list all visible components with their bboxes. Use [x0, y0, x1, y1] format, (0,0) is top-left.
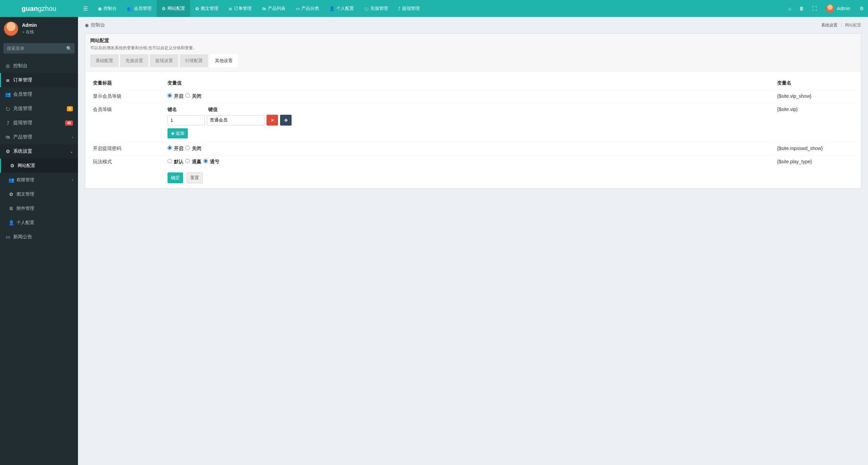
topnav-item-6[interactable]: ▭产品分类: [291, 0, 324, 17]
th-value: 变量值: [165, 77, 774, 90]
topnav-item-1[interactable]: 👥会员管理: [122, 0, 157, 17]
sidebar-item-4[interactable]: ⤴提现管理45: [0, 116, 78, 130]
radio-input[interactable]: [167, 93, 172, 98]
remove-button[interactable]: ✕: [267, 115, 278, 126]
panel-desc: 可以在此增改系统的变量和分组,也可以自定义分组和变量。: [90, 45, 856, 51]
radio-option[interactable]: 默认: [167, 159, 183, 164]
radio-input[interactable]: [185, 146, 190, 150]
trash-icon[interactable]: 🗑: [795, 0, 808, 17]
topnav-item-3[interactable]: ✿图文管理: [190, 0, 223, 17]
append-button[interactable]: ✚追加: [167, 128, 188, 138]
topnav-icon: 👤: [329, 6, 335, 11]
menu-icon: ≣: [5, 77, 11, 83]
reset-button[interactable]: 重置: [186, 172, 203, 183]
sidebar-item-label: 产品管理: [13, 134, 32, 140]
admin-label: Admin: [837, 6, 850, 11]
sidebar-item-11[interactable]: 👤个人配置: [0, 216, 78, 230]
radio-option[interactable]: 开启: [167, 93, 183, 99]
content-header: ◉ 控制台 系统设置 / 网站配置: [78, 17, 868, 33]
menu-icon: 👤: [8, 220, 14, 225]
breadcrumb-parent[interactable]: 系统设置: [821, 23, 837, 27]
chevron-icon: ›: [72, 135, 73, 139]
radio-option[interactable]: 关闭: [185, 146, 201, 151]
topbar: ☰ ◉控制台👥会员管理⚙网站配置✿图文管理≣订单管理🛍产品列表▭产品分类👤个人配…: [78, 0, 868, 17]
sidebar-item-label: 系统设置: [13, 148, 32, 154]
radio-input[interactable]: [185, 159, 190, 163]
sidebar-item-label: 控制台: [13, 63, 27, 69]
sidebar-item-3[interactable]: ⭮充值管理0: [0, 101, 78, 116]
tab-0[interactable]: 基础配置: [90, 54, 119, 67]
topnav-item-8[interactable]: ⭮充值管理: [359, 0, 393, 17]
topnav-label: 提现管理: [402, 5, 420, 12]
radio-option[interactable]: 开启: [167, 146, 183, 151]
kv-header-key: 键名: [167, 107, 205, 113]
fullscreen-icon[interactable]: ⛶: [808, 0, 821, 17]
avatar[interactable]: [3, 21, 19, 36]
topnav-item-0[interactable]: ◉控制台: [93, 0, 122, 17]
radio-input[interactable]: [185, 93, 190, 98]
sidebar-item-6[interactable]: ⚙系统设置⌄: [0, 144, 78, 159]
radio-option[interactable]: 通亏: [203, 159, 219, 164]
home-icon[interactable]: ⌂: [784, 0, 795, 17]
topnav-item-5[interactable]: 🛍产品列表: [257, 0, 291, 17]
tab-3[interactable]: 行情配置: [180, 54, 208, 67]
row-varname: {$site.play_type}: [774, 155, 856, 169]
kv-val-input[interactable]: [207, 115, 264, 125]
logo-part2: g: [38, 5, 42, 12]
sidebar-item-1[interactable]: ≣订单管理: [0, 73, 78, 87]
submit-button[interactable]: 确定: [167, 172, 183, 183]
tab-4[interactable]: 其他设置: [210, 54, 238, 68]
top-nav: ◉控制台👥会员管理⚙网站配置✿图文管理≣订单管理🛍产品列表▭产品分类👤个人配置⭮…: [93, 0, 425, 17]
sidebar-toggle-icon[interactable]: ☰: [78, 5, 93, 12]
append-label: 追加: [176, 130, 184, 136]
topnav-icon: ⚙: [162, 6, 166, 11]
search-box: 🔍: [3, 43, 75, 54]
logo[interactable]: guangzhou: [0, 0, 78, 17]
panel-body: 变量标题 变量值 变量名 显示会员等级 开启 关闭{$site.vip_show…: [85, 72, 861, 188]
breadcrumb-current: 网站配置: [845, 23, 861, 27]
topnav-item-7[interactable]: 👤个人配置: [324, 0, 359, 17]
move-button[interactable]: ✥: [280, 115, 292, 126]
tab-2[interactable]: 提现设置: [150, 54, 178, 67]
topnav-label: 控制台: [103, 5, 117, 12]
radio-option[interactable]: 关闭: [185, 93, 201, 99]
sidebar-item-10[interactable]: 🗎附件管理: [0, 201, 78, 216]
topnav-icon: ✿: [195, 6, 199, 11]
menu-icon: ⚙: [9, 163, 15, 168]
badge: 0: [67, 106, 73, 111]
topnav-label: 充值管理: [370, 5, 388, 12]
sidebar-item-12[interactable]: ▭新闻公告: [0, 230, 78, 244]
sidebar-item-2[interactable]: 👥会员管理: [0, 87, 78, 101]
radio-input[interactable]: [167, 146, 172, 150]
topnav-label: 订单管理: [234, 5, 252, 12]
topbar-right: ⌂ 🗑 ⛶ Admin ⚙: [784, 0, 868, 17]
search-icon[interactable]: 🔍: [66, 46, 72, 51]
radio-input[interactable]: [203, 159, 208, 163]
sidebar-item-label: 会员管理: [13, 91, 32, 97]
kv-header-val: 键值: [208, 107, 772, 113]
sidebar-item-9[interactable]: ✿图文管理: [0, 187, 78, 201]
topnav-icon: ▭: [296, 6, 300, 11]
admin-menu[interactable]: Admin: [821, 0, 855, 17]
row-varname: {$site.vip_show}: [774, 90, 856, 103]
sidebar-item-5[interactable]: 🛍产品管理›: [0, 130, 78, 144]
sidebar-item-7[interactable]: ⚙网站配置: [0, 159, 78, 173]
settings-icon[interactable]: ⚙: [855, 0, 868, 17]
tab-1[interactable]: 充值设置: [120, 54, 149, 67]
search-input[interactable]: [3, 43, 75, 54]
kv-key-input[interactable]: [167, 115, 205, 125]
topnav-label: 网站配置: [167, 5, 185, 12]
row-value: 开启 关闭: [165, 142, 774, 155]
sidebar-item-8[interactable]: 👥权限管理›: [0, 173, 78, 187]
radio-input[interactable]: [167, 159, 172, 163]
plus-icon: ✚: [171, 131, 175, 136]
tabs: 基础配置充值设置提现设置行情配置其他设置: [90, 54, 856, 67]
topnav-item-4[interactable]: ≣订单管理: [223, 0, 257, 17]
topnav-item-9[interactable]: ⤴提现管理: [393, 0, 425, 17]
row-value: 键名键值✕✥✚追加: [165, 103, 774, 142]
radio-option[interactable]: 通赢: [185, 159, 201, 164]
sidebar-item-0[interactable]: ◎控制台: [0, 59, 78, 73]
topnav-item-2[interactable]: ⚙网站配置: [157, 0, 190, 17]
menu-icon: 👥: [8, 177, 14, 183]
sidebar-menu: ◎控制台≣订单管理👥会员管理⭮充值管理0⤴提现管理45🛍产品管理›⚙系统设置⌄⚙…: [0, 59, 78, 244]
